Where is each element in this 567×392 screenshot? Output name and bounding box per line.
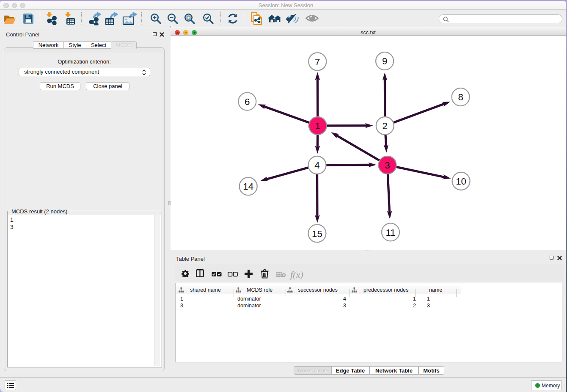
svg-text:10: 10 xyxy=(456,176,466,187)
svg-text:14: 14 xyxy=(243,181,253,192)
svg-text:8: 8 xyxy=(458,92,463,102)
svg-text:4: 4 xyxy=(314,160,319,171)
svg-text:6: 6 xyxy=(245,97,250,107)
svg-text:7: 7 xyxy=(315,57,320,67)
svg-text:15: 15 xyxy=(312,229,322,239)
svg-text:11: 11 xyxy=(385,227,395,238)
svg-text:3: 3 xyxy=(385,160,390,171)
svg-text:9: 9 xyxy=(382,56,387,66)
svg-text:1: 1 xyxy=(315,121,320,131)
svg-text:2: 2 xyxy=(383,121,388,131)
